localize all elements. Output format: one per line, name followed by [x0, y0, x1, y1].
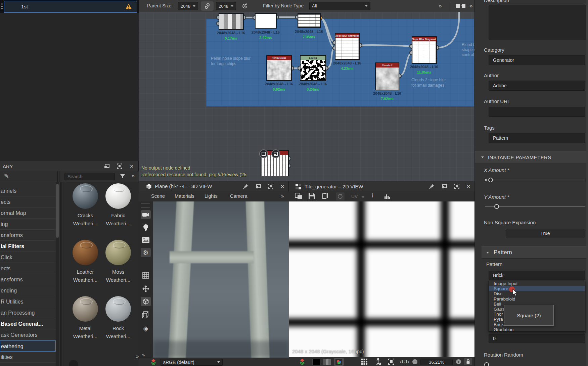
image-icon[interactable] [142, 236, 150, 244]
one-to-one-icon[interactable]: ‹1:1› [400, 359, 410, 364]
library-category-item[interactable]: ects [0, 263, 56, 274]
category-field[interactable]: Generator [489, 55, 585, 65]
node-badge-icon[interactable] [271, 149, 280, 158]
toolbar-overflow2-icon[interactable]: » [469, 3, 472, 9]
graph-node-slope-blur-1[interactable]: Slope Blur Grayscale [335, 33, 360, 60]
y-amount-track[interactable] [485, 206, 585, 207]
graph-node-perlin-noise[interactable]: Perlin Noise [266, 55, 292, 81]
menubar-overflow-icon[interactable]: » [281, 193, 283, 199]
paste-icon[interactable] [322, 193, 328, 199]
gradient-swatch[interactable] [323, 359, 331, 365]
black-swatch[interactable] [312, 359, 320, 365]
menu-scene[interactable]: Scene [151, 193, 165, 199]
float-window-icon[interactable] [442, 184, 447, 189]
drag-grip-icon[interactable] [0, 3, 4, 10]
cube-solid-icon[interactable] [141, 297, 151, 306]
library-category-item[interactable]: ansforms [0, 274, 56, 285]
library-category-item[interactable]: Click [0, 252, 56, 263]
x-amount-handle[interactable] [488, 178, 493, 182]
float-window-icon[interactable] [256, 184, 261, 189]
zoom-out-button[interactable]: − [412, 359, 417, 364]
parent-size-dropdown[interactable]: 2048 [178, 2, 198, 10]
refresh-icon[interactable] [336, 192, 345, 200]
library-item-leather[interactable]: LeatherWeatheri... [69, 238, 101, 292]
library-splitter[interactable] [57, 171, 59, 182]
graph-node[interactable] [298, 13, 321, 28]
library-category-item[interactable]: ilities [0, 352, 56, 363]
pin-icon[interactable] [243, 184, 248, 189]
library-category-item[interactable]: Based Generat... [0, 318, 56, 329]
pencil-icon[interactable]: ✎ [4, 173, 9, 180]
diamond-icon[interactable]: ◈ [142, 324, 150, 332]
view3d-viewport[interactable] [153, 201, 289, 358]
cube-wireframe-icon[interactable] [142, 311, 150, 319]
library-category-item[interactable]: an Processing [0, 307, 56, 318]
filter-dropdown[interactable]: All [309, 2, 370, 10]
graph-node[interactable] [219, 13, 244, 30]
zoom-in-button[interactable]: + [456, 359, 461, 364]
reset-size-button[interactable] [240, 1, 250, 11]
person-scale-icon[interactable] [375, 358, 381, 365]
non-square-toggle[interactable]: True [505, 229, 585, 238]
library-category-item[interactable]: ansforms [0, 230, 56, 241]
copy-image-icon[interactable] [295, 193, 302, 199]
node-badge-icon[interactable] [259, 149, 268, 158]
library-overflow-icon[interactable]: » [132, 173, 134, 179]
float-window-icon[interactable] [104, 164, 109, 169]
graph-node-clouds-2[interactable]: Clouds 2 [375, 62, 399, 90]
pattern-option-paraboloid[interactable]: Paraboloid [489, 296, 585, 302]
library-item-cracks[interactable]: CracksWeatheri... [69, 182, 101, 236]
pattern-input-field[interactable]: 0 [489, 334, 585, 343]
pattern-option-disc[interactable]: Disc [489, 291, 585, 296]
library-item-rock[interactable]: RockWeatheri... [102, 295, 134, 349]
colorspace-dropdown[interactable]: sRGB (default) [161, 359, 223, 366]
pin-icon[interactable] [429, 184, 435, 189]
library-category-item[interactable]: ask Generators [0, 329, 56, 340]
menu-lights[interactable]: Lights [205, 193, 218, 199]
pattern-option-image-input[interactable]: Image Input [489, 281, 585, 286]
library-item-fabric[interactable]: FabricWeatheri... [102, 182, 134, 236]
lock-icon[interactable] [464, 358, 472, 365]
zoom-level-field[interactable]: 36,21% [420, 359, 453, 365]
maximize-icon[interactable] [454, 184, 459, 189]
close-icon[interactable]: × [280, 183, 284, 190]
author-field[interactable]: Adobe [489, 81, 585, 91]
save-icon[interactable] [308, 193, 315, 199]
link-size-button[interactable] [201, 1, 214, 11]
graph-node-levels[interactable]: Levels [300, 55, 326, 81]
maximize-icon[interactable] [117, 164, 122, 169]
view2d-viewport[interactable]: 2048 x 2048 (Grayscale, 16bpc) [289, 201, 474, 357]
rotation-random-handle[interactable] [484, 362, 489, 366]
instance-parameters-header[interactable]: INSTANCE PARAMETERS [475, 151, 588, 163]
toolbar-grip[interactable] [141, 203, 150, 208]
layers-icon[interactable] [299, 358, 306, 365]
layers-icon[interactable] [150, 359, 157, 365]
toolbar-overflow-icon[interactable]: » [439, 3, 441, 9]
fit-view-icon[interactable] [388, 359, 394, 365]
panel-scrollbar[interactable] [586, 0, 588, 366]
author-url-field[interactable] [489, 107, 585, 117]
pattern-option-square[interactable]: Square [489, 286, 585, 291]
library-item-metal[interactable]: MetalWeatheri... [69, 295, 101, 349]
search-input[interactable] [64, 173, 115, 180]
gear-icon[interactable]: ⚙ [141, 248, 151, 257]
view3d-toolbar-overflow-icon[interactable]: » [142, 352, 144, 358]
pattern-dropdown[interactable]: Brick [489, 271, 585, 280]
library-item-moss[interactable]: MossWeatheri... [102, 238, 134, 292]
node-connector-icon[interactable] [455, 3, 467, 9]
histogram-icon[interactable] [384, 193, 391, 199]
filter-funnel-icon[interactable] [120, 173, 126, 179]
y-amount-handle[interactable] [494, 204, 499, 209]
graph-node-slope-blur-2[interactable]: Slope Blur Grayscale [412, 36, 437, 64]
move-axes-icon[interactable] [142, 285, 150, 293]
uv-grid-icon[interactable] [142, 271, 150, 279]
grid-icon[interactable] [361, 359, 367, 365]
menu-camera[interactable]: Camera [230, 193, 247, 199]
rgb-channels-icon[interactable] [334, 358, 344, 366]
library-category-item[interactable]: annels [0, 185, 56, 196]
node-graph-canvas[interactable]: Perlin noise slope blurfor large chips C… [139, 12, 474, 181]
light-bulb-icon[interactable] [142, 224, 149, 232]
camera-icon[interactable] [141, 210, 151, 219]
view2d-header[interactable]: Tile_generator – 2D VIEW × [289, 181, 474, 192]
close-icon[interactable]: × [466, 183, 470, 190]
